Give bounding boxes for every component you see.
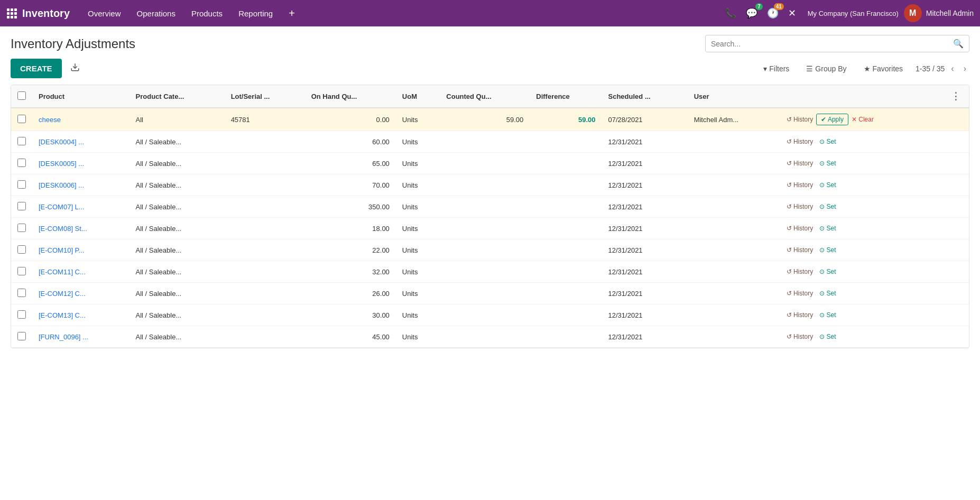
menu-overview[interactable]: Overview	[80, 6, 128, 21]
set-button[interactable]: ⊙ Set	[816, 331, 839, 342]
cell-counted[interactable]	[440, 153, 530, 174]
grid-icon[interactable]	[6, 8, 17, 18]
col-uom[interactable]: UoM	[396, 85, 440, 108]
cell-product[interactable]: [E-COM07] L...	[32, 196, 130, 218]
history-button[interactable]: ↺ History	[783, 201, 817, 212]
set-button[interactable]: ⊙ Set	[816, 266, 839, 277]
cell-product[interactable]: [DESK0006] ...	[32, 174, 130, 196]
row-checkbox[interactable]	[17, 224, 26, 232]
menu-reporting[interactable]: Reporting	[231, 6, 280, 21]
set-button[interactable]: ⊙ Set	[816, 158, 839, 169]
row-checkbox[interactable]	[17, 310, 26, 319]
more-options-icon[interactable]: ⋮	[949, 90, 963, 103]
cell-counted[interactable]: 59.00	[440, 108, 530, 131]
set-button[interactable]: ⊙ Set	[816, 310, 839, 320]
set-button[interactable]: ⊙ Set	[816, 136, 839, 147]
col-lot[interactable]: Lot/Serial ...	[225, 85, 305, 108]
col-product[interactable]: Product	[32, 85, 130, 108]
cell-counted[interactable]	[440, 218, 530, 239]
cell-counted[interactable]	[440, 174, 530, 196]
cell-on-hand: 18.00	[305, 218, 396, 239]
select-all-checkbox[interactable]	[17, 91, 26, 100]
col-difference[interactable]: Difference	[530, 85, 602, 108]
col-on-hand[interactable]: On Hand Qu...	[305, 85, 396, 108]
cell-scheduled: 12/31/2021	[602, 326, 688, 348]
menu-operations[interactable]: Operations	[130, 6, 183, 21]
row-checkbox[interactable]	[17, 202, 26, 210]
cell-user	[688, 304, 777, 326]
history-button[interactable]: ↺ History	[783, 331, 817, 342]
history-button[interactable]: ↺ History	[783, 136, 817, 147]
cell-category: All / Saleable...	[130, 326, 225, 348]
set-button[interactable]: ⊙ Set	[816, 288, 839, 299]
cell-product[interactable]: cheese	[32, 108, 130, 131]
clock-icon-btn[interactable]: 🕐 41	[765, 5, 781, 21]
cell-counted[interactable]	[440, 283, 530, 304]
chat-icon-btn[interactable]: 💬 7	[744, 5, 760, 21]
search-input[interactable]	[711, 40, 953, 48]
history-button[interactable]: ↺ History	[783, 245, 817, 255]
cell-product[interactable]: [E-COM12] C...	[32, 283, 130, 304]
page-title: Inventory Adjustments	[11, 36, 135, 51]
history-button[interactable]: ↺ History	[783, 223, 817, 234]
set-button[interactable]: ⊙ Set	[816, 201, 839, 212]
user-menu[interactable]: M Mitchell Admin	[904, 4, 974, 22]
cell-product[interactable]: [E-COM08] St...	[32, 218, 130, 239]
search-icon[interactable]: 🔍	[953, 39, 964, 49]
cell-on-hand: 30.00	[305, 304, 396, 326]
create-button[interactable]: CREATE	[11, 59, 62, 78]
cell-counted[interactable]	[440, 326, 530, 348]
col-more[interactable]: ⋮	[942, 85, 969, 108]
cell-difference	[530, 326, 602, 348]
row-checkbox[interactable]	[17, 115, 26, 123]
cell-counted[interactable]	[440, 304, 530, 326]
cell-category: All / Saleable...	[130, 153, 225, 174]
filters-button[interactable]: ▾ Filters	[759, 62, 793, 75]
select-all-header[interactable]	[11, 85, 32, 108]
row-checkbox[interactable]	[17, 159, 26, 167]
col-category[interactable]: Product Cate...	[130, 85, 225, 108]
next-page-button[interactable]: ›	[960, 63, 969, 75]
download-button[interactable]	[67, 59, 83, 78]
cell-product[interactable]: [E-COM13] C...	[32, 304, 130, 326]
set-button[interactable]: ⊙ Set	[816, 223, 839, 234]
cell-product[interactable]: [E-COM11] C...	[32, 261, 130, 283]
apply-button[interactable]: ✔ Apply	[816, 114, 848, 125]
history-button[interactable]: ↺ History	[783, 266, 817, 277]
history-button[interactable]: ↺ History	[783, 310, 817, 320]
row-checkbox[interactable]	[17, 137, 26, 145]
cell-counted[interactable]	[440, 261, 530, 283]
group-by-button[interactable]: ☰ Group By	[802, 62, 850, 75]
history-button[interactable]: ↺ History	[783, 114, 817, 125]
cell-counted[interactable]	[440, 196, 530, 218]
history-button[interactable]: ↺ History	[783, 158, 817, 169]
cell-counted[interactable]	[440, 239, 530, 261]
cell-product[interactable]: [E-COM10] P...	[32, 239, 130, 261]
row-checkbox[interactable]	[17, 267, 26, 275]
clear-button[interactable]: ✕ Clear	[848, 114, 877, 125]
row-checkbox[interactable]	[17, 245, 26, 254]
set-button[interactable]: ⊙ Set	[816, 180, 839, 190]
col-counted[interactable]: Counted Qu...	[440, 85, 530, 108]
cell-counted[interactable]	[440, 131, 530, 153]
cell-category: All / Saleable...	[130, 196, 225, 218]
add-menu-button[interactable]: +	[281, 4, 302, 23]
col-scheduled[interactable]: Scheduled ...	[602, 85, 688, 108]
cell-product[interactable]: [DESK0004] ...	[32, 131, 130, 153]
phone-icon-btn[interactable]: 📞	[723, 5, 738, 21]
row-checkbox[interactable]	[17, 180, 26, 189]
svg-rect-0	[7, 8, 10, 11]
close-icon-btn[interactable]: ✕	[786, 5, 798, 21]
col-user[interactable]: User	[688, 85, 777, 108]
row-checkbox[interactable]	[17, 332, 26, 340]
cell-uom: Units	[396, 174, 440, 196]
history-button[interactable]: ↺ History	[783, 180, 817, 190]
history-button[interactable]: ↺ History	[783, 288, 817, 299]
menu-products[interactable]: Products	[184, 6, 230, 21]
cell-product[interactable]: [DESK0005] ...	[32, 153, 130, 174]
set-button[interactable]: ⊙ Set	[816, 245, 839, 255]
prev-page-button[interactable]: ‹	[948, 63, 957, 75]
cell-product[interactable]: [FURN_0096] ...	[32, 326, 130, 348]
row-checkbox[interactable]	[17, 289, 26, 297]
favorites-button[interactable]: ★ Favorites	[859, 62, 908, 75]
